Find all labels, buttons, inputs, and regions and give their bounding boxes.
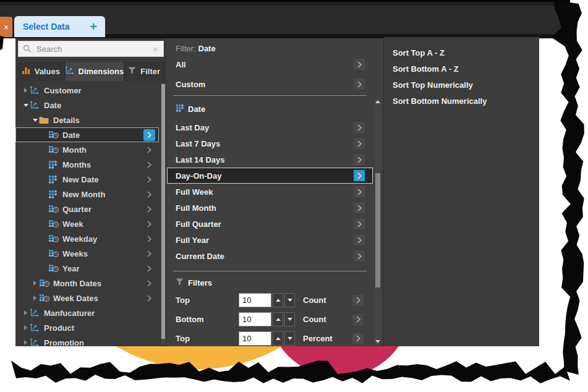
tree-item-manfucaturer[interactable]: Manfucaturer — [15, 305, 159, 320]
search-box[interactable]: × — [18, 41, 164, 57]
menu-item-sort-bottom-numerically[interactable]: Sort Bottom Numerically — [384, 93, 539, 109]
close-tab-button[interactable]: × — [0, 17, 12, 37]
tree-item-customer[interactable]: Customer — [15, 83, 159, 98]
chevron-right-icon[interactable] — [143, 144, 155, 156]
chevron-right-icon[interactable] — [143, 233, 155, 245]
chevron-right-icon[interactable] — [143, 189, 155, 200]
menu-item-sort-top-numerically[interactable]: Sort Top Numerically — [384, 77, 539, 93]
search-input[interactable] — [35, 44, 153, 54]
tab-dimensions[interactable]: Dimensions — [65, 62, 125, 81]
tree-item-label: Year — [62, 264, 79, 273]
increment-button[interactable] — [273, 331, 283, 346]
filter-panel: Filter:Date All Custom Date Last DayLast… — [167, 38, 383, 346]
filter-option-custom[interactable]: Custom — [167, 75, 373, 93]
tree-item-date[interactable]: Date — [15, 98, 159, 113]
filter-row-top-count: TopCount — [167, 291, 373, 310]
tree-item-new-month[interactable]: New Month — [15, 187, 159, 202]
expand-icon[interactable] — [22, 325, 30, 330]
chevron-right-icon[interactable] — [143, 248, 155, 260]
date-preset-last-day[interactable]: Last Day — [167, 119, 373, 135]
chevron-right-icon[interactable] — [352, 333, 364, 344]
date-preset-full-year[interactable]: Full Year — [167, 232, 373, 248]
axes-icon — [30, 338, 41, 346]
left-panel-scrollbar[interactable] — [161, 83, 166, 345]
close-icon: × — [4, 22, 9, 32]
chevron-right-icon[interactable] — [354, 170, 365, 181]
count-input[interactable] — [239, 331, 271, 346]
expand-icon[interactable] — [31, 296, 39, 300]
tree-item-week-dates[interactable]: Week Dates — [15, 291, 159, 305]
tree-item-year[interactable]: Year — [15, 261, 159, 276]
chevron-right-icon[interactable] — [354, 138, 365, 149]
chevron-right-icon[interactable] — [352, 295, 364, 306]
collapse-icon[interactable] — [22, 104, 30, 107]
date-preset-full-month[interactable]: Full Month — [167, 200, 373, 216]
decrement-button[interactable] — [284, 312, 295, 326]
chevron-right-icon[interactable] — [143, 278, 155, 289]
chevron-right-icon[interactable] — [143, 129, 155, 141]
chevron-right-icon[interactable] — [143, 218, 155, 230]
axes-icon — [30, 101, 41, 109]
tab-filter[interactable]: Filter — [124, 62, 164, 81]
tree-item-new-date[interactable]: New Date — [15, 172, 159, 187]
chevron-right-icon[interactable] — [143, 159, 155, 171]
tree-item-promotion[interactable]: Promotion — [15, 335, 159, 346]
decrement-button[interactable] — [284, 293, 295, 307]
tree-item-week[interactable]: Week — [15, 216, 159, 231]
chevron-right-icon[interactable] — [354, 59, 365, 70]
chevron-right-icon[interactable] — [143, 203, 155, 215]
date-preset-current-date[interactable]: Current Date — [167, 248, 373, 264]
tree-item-month[interactable]: Month — [15, 142, 159, 157]
tree-item-month-dates[interactable]: Month Dates — [15, 276, 159, 291]
chevron-right-icon[interactable] — [354, 234, 365, 245]
chevron-right-icon[interactable] — [143, 174, 155, 185]
clear-search-icon[interactable]: × — [153, 44, 158, 54]
chevron-right-icon[interactable] — [143, 292, 155, 304]
filter-row-top-percent: TopPercent — [167, 329, 373, 346]
tree-item-quarter[interactable]: Quarter — [15, 202, 159, 216]
tree-item-label: Date — [62, 130, 80, 140]
add-tab-icon[interactable]: + — [90, 20, 97, 33]
tree-item-weekday[interactable]: Weekday — [15, 231, 159, 246]
chevron-right-icon[interactable] — [352, 314, 364, 325]
collapse-icon[interactable] — [31, 119, 39, 122]
increment-button[interactable] — [273, 312, 283, 326]
date-preset-full-quarter[interactable]: Full Quarter — [167, 216, 373, 232]
chevron-right-icon[interactable] — [143, 263, 155, 275]
chevron-right-icon[interactable] — [354, 250, 365, 262]
date-preset-last-14-days[interactable]: Last 14 Days — [167, 151, 373, 168]
tree-item-details[interactable]: Details — [15, 113, 159, 127]
tree-item-product[interactable]: Product — [15, 320, 159, 335]
count-input[interactable] — [239, 293, 271, 307]
select-data-tab[interactable]: Select Data + — [14, 16, 105, 37]
date-preset-day-on-day[interactable]: Day-On-Day — [167, 168, 373, 184]
increment-button[interactable] — [273, 293, 283, 307]
tab-values[interactable]: Values — [18, 62, 65, 81]
count-input[interactable] — [239, 312, 271, 326]
expand-icon[interactable] — [22, 88, 30, 93]
expand-icon[interactable] — [31, 281, 39, 286]
chevron-right-icon[interactable] — [354, 202, 365, 213]
grid-icon — [176, 104, 184, 114]
expand-icon[interactable] — [22, 340, 30, 345]
chevron-right-icon[interactable] — [354, 79, 365, 90]
decrement-button[interactable] — [284, 331, 295, 346]
chevron-right-icon[interactable] — [354, 122, 365, 133]
menu-item-sort-top-a-z[interactable]: Sort Top A - Z — [384, 45, 539, 61]
tree-item-months[interactable]: Months — [15, 157, 159, 172]
date-preset-last-7-days[interactable]: Last 7 Days — [167, 135, 373, 151]
expand-icon[interactable] — [22, 310, 30, 315]
chevron-right-icon[interactable] — [354, 186, 365, 197]
date-preset-full-week[interactable]: Full Week — [167, 184, 373, 200]
filter-panel-scrollbar[interactable] — [375, 99, 381, 345]
menu-item-sort-bottom-a-z[interactable]: Sort Bottom A - Z — [384, 61, 539, 77]
filter-option-all[interactable]: All — [167, 55, 373, 74]
tree-item-date[interactable]: Date — [15, 127, 159, 142]
date-section-header: Date — [176, 104, 205, 114]
tree-item-weeks[interactable]: Weeks — [15, 246, 159, 261]
tree-item-label: Weeks — [62, 249, 88, 258]
chevron-right-icon[interactable] — [354, 154, 365, 165]
chevron-right-icon[interactable] — [354, 218, 365, 229]
tree-item-label: New Date — [62, 175, 99, 184]
datetime-icon — [48, 145, 60, 154]
